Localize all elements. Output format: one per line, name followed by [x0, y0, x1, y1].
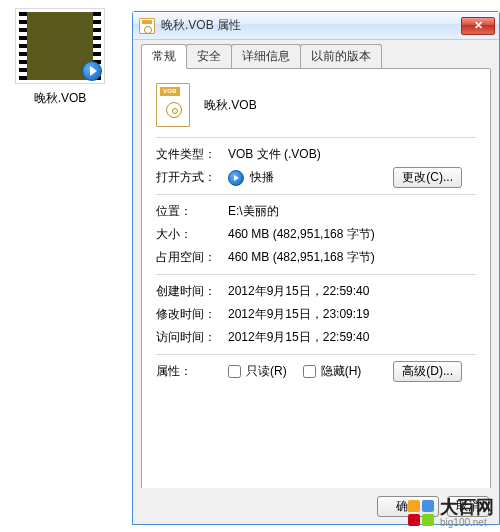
tab-panel-general: VOB 晚秋.VOB 文件类型： VOB 文件 (.VOB) 打开方式： 快播 … [141, 68, 491, 518]
checkbox-hidden-wrapper[interactable]: 隐藏(H) [303, 363, 362, 380]
change-button[interactable]: 更改(C)... [393, 167, 462, 188]
separator [156, 354, 476, 355]
separator [156, 194, 476, 195]
checkbox-readonly-wrapper[interactable]: 只读(R) [228, 363, 287, 380]
desktop-file-label: 晚秋.VOB [10, 90, 110, 107]
tab-general[interactable]: 常规 [141, 44, 187, 69]
watermark-logo-icon [408, 500, 434, 526]
window-title: 晚秋.VOB 属性 [161, 17, 455, 34]
watermark: 大百网 big100.net [408, 498, 494, 528]
wm-sq-2 [422, 500, 434, 512]
checkbox-hidden-label: 隐藏(H) [321, 363, 362, 380]
watermark-url: big100.net [440, 518, 494, 528]
vob-tag: VOB [160, 87, 180, 96]
label-openwith: 打开方式： [156, 169, 228, 186]
label-modified: 修改时间： [156, 306, 228, 323]
row-created: 创建时间： 2012年9月15日，22:59:40 [156, 283, 476, 300]
label-created: 创建时间： [156, 283, 228, 300]
titlebar[interactable]: 晚秋.VOB 属性 ✕ [133, 12, 499, 40]
value-filetype: VOB 文件 (.VOB) [228, 146, 476, 163]
dialog-body: 常规 安全 详细信息 以前的版本 VOB 晚秋.VOB 文件类型： VOB 文件… [133, 40, 499, 524]
checkbox-readonly-label: 只读(R) [246, 363, 287, 380]
separator [156, 274, 476, 275]
tab-security[interactable]: 安全 [186, 44, 232, 68]
checkbox-readonly[interactable] [228, 365, 241, 378]
row-openwith: 打开方式： 快播 更改(C)... [156, 169, 476, 186]
wm-sq-1 [408, 500, 420, 512]
wm-sq-4 [422, 514, 434, 526]
tab-row: 常规 安全 详细信息 以前的版本 [141, 46, 491, 68]
row-modified: 修改时间： 2012年9月15日，23:09:19 [156, 306, 476, 323]
disc-icon [166, 102, 182, 118]
tab-previous-versions[interactable]: 以前的版本 [300, 44, 382, 68]
desktop-file-icon[interactable]: 晚秋.VOB [10, 8, 110, 107]
label-size: 大小： [156, 226, 228, 243]
label-sizeondisk: 占用空间： [156, 249, 228, 266]
value-modified: 2012年9月15日，23:09:19 [228, 306, 476, 323]
close-button[interactable]: ✕ [461, 17, 495, 35]
value-sizeondisk: 460 MB (482,951,168 字节) [228, 249, 476, 266]
file-thumbnail [15, 8, 105, 84]
row-attributes: 属性： 只读(R) 隐藏(H) 高级(D)... [156, 363, 476, 380]
tab-details[interactable]: 详细信息 [231, 44, 301, 68]
wm-sq-3 [408, 514, 420, 526]
label-location: 位置： [156, 203, 228, 220]
close-icon: ✕ [474, 19, 483, 32]
watermark-text: 大百网 big100.net [440, 498, 494, 528]
filename-text[interactable]: 晚秋.VOB [204, 97, 257, 114]
row-filetype: 文件类型： VOB 文件 (.VOB) [156, 146, 476, 163]
row-size: 大小： 460 MB (482,951,168 字节) [156, 226, 476, 243]
app-play-icon [228, 170, 244, 186]
value-created: 2012年9月15日，22:59:40 [228, 283, 476, 300]
label-attributes: 属性： [156, 363, 228, 380]
file-header: VOB 晚秋.VOB [156, 83, 476, 127]
row-accessed: 访问时间： 2012年9月15日，22:59:40 [156, 329, 476, 346]
vob-file-icon: VOB [156, 83, 190, 127]
label-accessed: 访问时间： [156, 329, 228, 346]
row-location: 位置： E:\美丽的 [156, 203, 476, 220]
advanced-button[interactable]: 高级(D)... [393, 361, 462, 382]
value-size: 460 MB (482,951,168 字节) [228, 226, 476, 243]
play-icon [82, 61, 102, 81]
properties-dialog: 晚秋.VOB 属性 ✕ 常规 安全 详细信息 以前的版本 VOB 晚秋.VOB … [132, 11, 500, 525]
watermark-name: 大百网 [440, 498, 494, 516]
value-accessed: 2012年9月15日，22:59:40 [228, 329, 476, 346]
value-location: E:\美丽的 [228, 203, 476, 220]
label-filetype: 文件类型： [156, 146, 228, 163]
window-icon [139, 18, 155, 34]
checkbox-hidden[interactable] [303, 365, 316, 378]
separator [156, 137, 476, 138]
row-sizeondisk: 占用空间： 460 MB (482,951,168 字节) [156, 249, 476, 266]
